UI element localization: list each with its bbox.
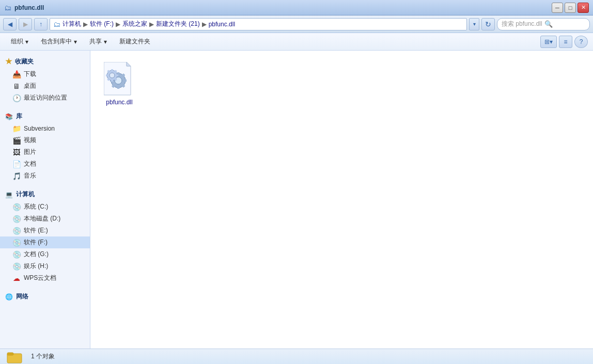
network-header: 🌐 网络	[0, 290, 90, 303]
help-button[interactable]: ?	[574, 36, 588, 48]
recent-icon: 🕐	[12, 94, 21, 102]
svg-rect-5	[117, 86, 120, 89]
sidebar-item-drive-d[interactable]: 💿 本地磁盘 (D:)	[0, 213, 90, 225]
path-xzj[interactable]: 系统之家	[122, 20, 147, 28]
close-button[interactable]: ✕	[578, 3, 589, 13]
svg-rect-17	[106, 74, 108, 76]
window-controls: ─ □ ✕	[552, 3, 589, 13]
path-drive-f[interactable]: 软件 (F:)	[90, 20, 114, 28]
toolbar: 组织 ▾ 包含到库中 ▾ 共享 ▾ 新建文件夹 ⊞▾ ≡ ?	[0, 33, 593, 51]
pictures-icon: 🖼	[12, 148, 21, 156]
drive-g-icon: 💿	[12, 250, 21, 259]
minimize-button[interactable]: ─	[552, 3, 563, 13]
sidebar-item-pictures[interactable]: 🖼 图片	[0, 146, 90, 158]
svg-point-13	[110, 73, 115, 78]
documents-icon: 📄	[12, 160, 21, 168]
svg-marker-1	[127, 62, 131, 66]
file-item-pbfunc[interactable]: pbfunc.dll	[99, 59, 140, 109]
drive-f-icon: 💿	[12, 239, 21, 247]
search-box[interactable]: 搜索 pbfunc.dll 🔍	[497, 18, 590, 30]
address-bar: ◀ ▶ ↑ 🗂 计算机 ▶ 软件 (F:) ▶ 系统之家 ▶ 新建文件夹 (21…	[0, 15, 593, 33]
favorites-header: ★ 收藏夹	[0, 55, 90, 68]
sidebar-item-recent[interactable]: 🕐 最近访问的位置	[0, 92, 90, 104]
sidebar-item-subversion[interactable]: 📁 Subversion	[0, 123, 90, 134]
sidebar-item-drive-c[interactable]: 💿 系统 (C:)	[0, 201, 90, 213]
new-folder-button[interactable]: 新建文件夹	[114, 35, 156, 49]
subversion-icon: 📁	[12, 124, 21, 133]
wps-icon: ☁	[12, 274, 21, 282]
content-area: pbfunc.dll	[90, 51, 593, 349]
library-header: 📚 库	[0, 110, 90, 123]
forward-button[interactable]: ▶	[19, 18, 32, 30]
file-name-label: pbfunc.dll	[106, 99, 132, 106]
svg-rect-15	[111, 80, 113, 82]
window-title: pbfunc.dll	[14, 4, 44, 11]
sidebar-item-drive-h[interactable]: 💿 娱乐 (H:)	[0, 260, 90, 272]
computer-icon: 💻	[5, 191, 13, 198]
dll-file-icon	[104, 62, 135, 96]
title-bar: 🗂 pbfunc.dll ─ □ ✕	[0, 0, 593, 15]
main-area: ★ 收藏夹 📥 下载 🖥 桌面 🕐 最近访问的位置 📚 库 📁 Subversi…	[0, 51, 593, 349]
title-bar-left: 🗂 pbfunc.dll	[4, 4, 44, 12]
video-icon: 🎬	[12, 136, 21, 145]
path-dropdown-button[interactable]: ▾	[469, 18, 479, 30]
sidebar-item-desktop[interactable]: 🖥 桌面	[0, 80, 90, 92]
up-button[interactable]: ↑	[34, 18, 48, 30]
computer-header: 💻 计算机	[0, 188, 90, 201]
network-icon: 🌐	[5, 293, 13, 300]
search-icon[interactable]: 🔍	[544, 20, 553, 28]
star-icon: ★	[5, 57, 12, 66]
sidebar-item-drive-f[interactable]: 💿 软件 (F:)	[0, 236, 90, 248]
sidebar-item-documents[interactable]: 📄 文档	[0, 158, 90, 170]
music-icon: 🎵	[12, 172, 21, 180]
sidebar-item-video[interactable]: 🎬 视频	[0, 134, 90, 146]
svg-rect-16	[116, 74, 118, 76]
sidebar-item-drive-g[interactable]: 💿 文档 (G:)	[0, 248, 90, 260]
refresh-button[interactable]: ↻	[481, 18, 495, 30]
svg-rect-23	[7, 353, 13, 355]
include-in-library-button[interactable]: 包含到库中 ▾	[35, 35, 83, 49]
status-folder-icon	[6, 350, 23, 364]
drive-e-icon: 💿	[12, 227, 21, 235]
drive-c-icon: 💿	[12, 203, 21, 211]
details-pane-button[interactable]: ≡	[559, 36, 572, 48]
drive-h-icon: 💿	[12, 262, 21, 271]
back-button[interactable]: ◀	[3, 18, 17, 30]
svg-rect-14	[111, 69, 113, 71]
path-newfolder[interactable]: 新建文件夹 (21)	[156, 20, 200, 28]
maximize-button[interactable]: □	[565, 3, 576, 13]
path-computer[interactable]: 计算机	[63, 20, 81, 28]
sidebar: ★ 收藏夹 📥 下载 🖥 桌面 🕐 最近访问的位置 📚 库 📁 Subversi…	[0, 51, 90, 349]
organize-button[interactable]: 组织 ▾	[5, 35, 34, 49]
path-box: 🗂 计算机 ▶ 软件 (F:) ▶ 系统之家 ▶ 新建文件夹 (21) ▶ pb…	[50, 18, 467, 30]
status-count: 1 个对象	[31, 352, 55, 361]
search-placeholder: 搜索 pbfunc.dll	[502, 20, 542, 28]
status-bar: 1 个对象	[0, 349, 593, 364]
sidebar-item-wps[interactable]: ☁ WPS云文档	[0, 272, 90, 284]
sidebar-item-drive-e[interactable]: 💿 软件 (E:)	[0, 225, 90, 236]
svg-rect-6	[124, 80, 127, 82]
view-options-button[interactable]: ⊞▾	[540, 36, 557, 48]
drive-d-icon: 💿	[12, 215, 21, 223]
sidebar-item-downloads[interactable]: 📥 下载	[0, 68, 90, 80]
downloads-icon: 📥	[12, 70, 21, 78]
sidebar-item-music[interactable]: 🎵 音乐	[0, 170, 90, 182]
path-file[interactable]: pbfunc.dll	[209, 21, 235, 28]
share-button[interactable]: 共享 ▾	[84, 35, 113, 49]
desktop-icon: 🖥	[12, 82, 21, 90]
library-icon: 📚	[5, 113, 13, 120]
